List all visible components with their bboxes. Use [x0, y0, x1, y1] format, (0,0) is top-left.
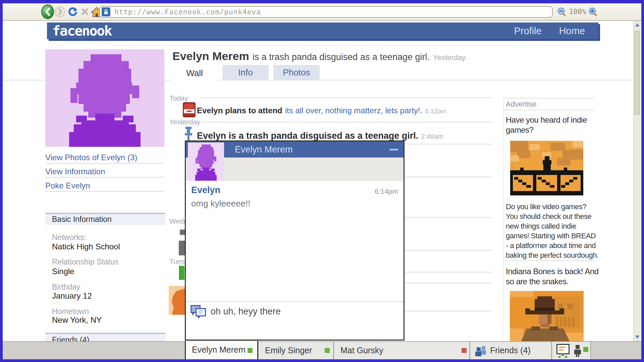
wall-post-event: Evelyn plans to attend its all over, not… — [197, 106, 446, 115]
forward-button[interactable] — [55, 6, 65, 17]
chat-window: Evelyn Merem Evelyn 6:14pm — [185, 140, 405, 341]
divider — [45, 177, 164, 178]
tab-info[interactable]: Info — [222, 65, 269, 80]
back-button[interactable] — [41, 4, 54, 19]
chat-tab-label: Mat Gursky — [340, 342, 383, 359]
forward-arrow-icon — [57, 8, 63, 15]
zoom-in-icon — [588, 7, 598, 17]
nav-profile[interactable]: Profile — [514, 25, 541, 37]
nav-home[interactable]: Home — [559, 25, 585, 37]
wall-divider-fragment — [405, 311, 492, 311]
divider — [186, 301, 404, 302]
profile-name: Evelyn Merem — [172, 50, 249, 63]
divider — [503, 110, 594, 110]
status-online-icon — [248, 348, 253, 353]
divider — [503, 98, 594, 99]
browser-viewport: ✕ http://www.Facenook.com/punk4eva 100% — [3, 3, 641, 359]
divider — [503, 260, 594, 261]
post-event-time: 5:12pm — [425, 108, 446, 115]
friends-icon — [475, 345, 487, 358]
field-value-relationship: Single — [52, 267, 74, 276]
link-poke[interactable]: Poke Evelyn — [45, 181, 164, 190]
chat-typing-text[interactable]: oh uh, heyy there — [211, 306, 281, 317]
zoom-out-icon — [557, 7, 567, 17]
chat-message-time: 6:14pm — [375, 187, 398, 195]
wall-divider-fragment — [405, 177, 492, 177]
site-logo[interactable]: facenook — [52, 23, 112, 39]
advertise-title: Advertise — [506, 100, 537, 109]
profile-status: is a trash panda disguised as a teenage … — [253, 52, 430, 62]
person-icon — [573, 344, 582, 357]
chat-message: omg kyleeeee!! — [191, 198, 250, 209]
zoom-out-button[interactable] — [556, 7, 567, 17]
scrollbar[interactable] — [633, 21, 641, 341]
post-status-time: 2:48am — [421, 133, 443, 140]
indiana-bones-art — [510, 291, 584, 341]
scrollbar-thumb[interactable] — [634, 31, 640, 115]
status-online-icon — [325, 348, 330, 353]
url-text: http://www.Facenook.com/punk4eva — [114, 8, 261, 16]
zoom-level: 100% — [568, 8, 587, 16]
buddy-status-button[interactable] — [573, 344, 582, 358]
hidden-post-icon-fragment — [179, 241, 185, 255]
profile-status-line: Evelyn Merem is a trash panda disguised … — [172, 50, 467, 63]
event-icon — [183, 102, 196, 119]
scroll-up-icon[interactable] — [635, 23, 639, 26]
divider — [201, 122, 492, 122]
tab-photos[interactable]: Photos — [273, 65, 320, 80]
hidden-post-icon-fragment — [180, 230, 185, 235]
post-event-link[interactable]: its all over, nothing matterz, lets part… — [285, 106, 423, 115]
ad-indie-body: Do you like video games? You should chec… — [506, 202, 600, 260]
wall-divider-fragment — [405, 250, 492, 251]
chat-tab-mat[interactable]: Mat Gursky — [334, 342, 470, 359]
browser-toolbar: ✕ http://www.Facenook.com/punk4eva 100% — [3, 3, 641, 21]
friends-count: Friends (4) — [490, 342, 531, 359]
girl-silhouette-icon — [45, 49, 164, 147]
back-arrow-icon — [44, 7, 51, 16]
whiteboard-icon — [556, 343, 570, 359]
refresh-button[interactable] — [67, 6, 78, 18]
status-busy-icon — [462, 348, 467, 353]
bread-game-art — [510, 141, 584, 195]
status-online-icon — [583, 347, 588, 352]
divider — [503, 98, 504, 341]
ad-indie-image — [510, 141, 584, 197]
wall-divider-fragment — [405, 283, 492, 283]
girl-silhouette-icon — [188, 142, 224, 181]
profile-status-time: Yesterday. — [433, 53, 467, 62]
divider — [45, 163, 164, 164]
stop-button[interactable]: ✕ — [79, 5, 91, 18]
ad-indiana-image — [510, 291, 584, 343]
friend-avatar-fragment — [169, 286, 185, 315]
url-bar[interactable]: http://www.Facenook.com/punk4eva — [99, 6, 553, 18]
field-label-networks: Networks: — [52, 233, 86, 242]
site-header: facenook Profile Home — [47, 22, 598, 39]
field-value-birthday: January 12 — [52, 291, 92, 301]
refresh-icon — [68, 7, 78, 17]
link-view-information[interactable]: View Information — [45, 167, 164, 176]
friends-list-button[interactable]: Friends (4) — [471, 342, 552, 359]
section-yesterday: Yesterday — [169, 118, 201, 126]
zoom-in-button[interactable] — [588, 7, 598, 17]
post-event-prefix: Evelyn plans to attend — [197, 106, 282, 115]
minimize-button[interactable] — [387, 144, 401, 155]
link-view-photos[interactable]: View Photos of Evelyn (3) — [45, 153, 164, 162]
whiteboard-button[interactable] — [556, 343, 570, 359]
field-value-networks: Natick High School — [52, 242, 120, 251]
post-status-text: Evelyn is a trash panda disguised as a t… — [197, 131, 418, 141]
field-label-hometown: Hometown — [52, 307, 89, 316]
tab-wall[interactable]: Wall — [172, 65, 217, 81]
hidden-post-icon-fragment — [179, 266, 184, 280]
lock-icon — [102, 7, 110, 16]
field-label-birthday: Birthday — [52, 283, 80, 292]
scroll-down-icon[interactable] — [635, 336, 639, 339]
chat-tools-section — [552, 342, 591, 359]
chat-tab-evelyn[interactable]: Evelyn Merem — [185, 341, 258, 359]
field-value-hometown: New York, NY — [52, 315, 102, 325]
divider — [201, 98, 492, 98]
chat-bar: Emily Singer Mat Gursky Friends (4) — [3, 341, 641, 359]
chat-title: Evelyn Merem — [235, 141, 293, 158]
section-today: Today — [169, 94, 188, 102]
minimize-icon — [389, 149, 398, 150]
chat-tab-emily[interactable]: Emily Singer — [259, 342, 334, 359]
